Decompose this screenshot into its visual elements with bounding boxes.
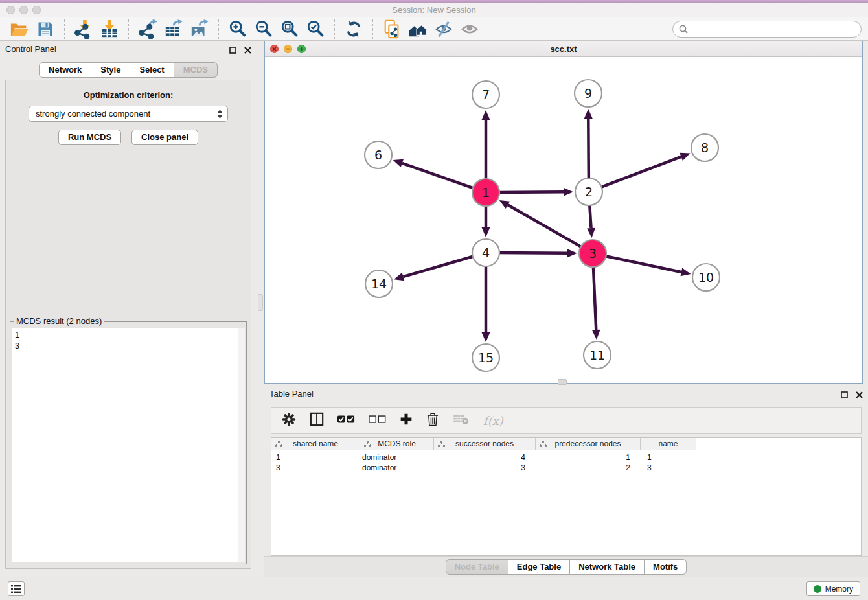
graph-edge-3-1[interactable]: [499, 200, 583, 248]
tab-network[interactable]: Network: [39, 62, 91, 78]
graph-node-14[interactable]: 14: [365, 270, 393, 297]
table-panel-float-icon[interactable]: [841, 389, 848, 401]
graph-edge-4-15[interactable]: [482, 264, 490, 342]
tab-network-table[interactable]: Network Table: [570, 559, 645, 575]
zoom-in-icon[interactable]: [227, 19, 249, 40]
table-cell-shared-name[interactable]: 1: [271, 452, 360, 463]
search-input[interactable]: [672, 21, 862, 38]
graph-node-8[interactable]: 8: [691, 134, 718, 161]
graph-edge-1-7[interactable]: [482, 110, 490, 181]
zoom-out-icon[interactable]: [253, 19, 275, 40]
graph-node-4[interactable]: 4: [472, 239, 499, 266]
mcds-result-text[interactable]: 13: [12, 328, 245, 562]
graph-node-6[interactable]: 6: [365, 141, 392, 168]
graph-edge-3-11[interactable]: [592, 265, 600, 340]
table-panel-close-icon[interactable]: [856, 389, 863, 401]
graph-edge-1-2[interactable]: [497, 188, 573, 196]
graph-edge-2-9[interactable]: [584, 109, 593, 180]
column-interaction-icon: [540, 441, 547, 450]
graph-edge-1-6[interactable]: [393, 159, 475, 189]
graph-edge-2-3[interactable]: [587, 203, 595, 238]
graph-edge-4-3[interactable]: [497, 249, 577, 257]
export-table-icon[interactable]: [163, 19, 185, 40]
column-header-successor-nodes[interactable]: successor nodes: [434, 438, 536, 450]
graph-edge-2-8[interactable]: [600, 153, 691, 188]
show-all-nodes-edges-icon[interactable]: [407, 19, 429, 40]
graph-edge-1-4[interactable]: [482, 204, 490, 237]
graph-node-15[interactable]: 15: [472, 344, 499, 371]
close-panel-button[interactable]: Close panel: [131, 130, 198, 145]
graph-node-9[interactable]: 9: [575, 80, 602, 107]
status-bar: Memory: [0, 577, 868, 600]
control-panel-float-icon[interactable]: [229, 45, 236, 56]
export-image-icon[interactable]: [188, 19, 211, 40]
table-settings-gear-icon[interactable]: [282, 412, 296, 429]
column-header-name[interactable]: name: [641, 438, 696, 450]
graph-node-11[interactable]: 11: [584, 341, 611, 369]
clone-network-icon[interactable]: [381, 19, 403, 40]
column-interaction-icon: [364, 441, 371, 450]
network-canvas[interactable]: 7968124314101511: [265, 57, 862, 383]
network-window-titlebar[interactable]: scc.txt: [265, 41, 862, 57]
memory-button-label: Memory: [825, 584, 853, 594]
table-cell-shared-name[interactable]: 3: [271, 463, 360, 473]
column-interaction-icon: [275, 441, 282, 450]
column-header-mcds-role[interactable]: MCDS role: [360, 438, 434, 450]
table-cell-mcds-role[interactable]: dominator: [360, 452, 434, 463]
table-row[interactable]: 3dominator323: [271, 463, 861, 473]
table-cell-mcds-role[interactable]: dominator: [360, 463, 434, 473]
graph-edge-4-14[interactable]: [394, 256, 475, 281]
run-mcds-button[interactable]: Run MCDS: [58, 130, 121, 145]
optimization-criterion-select[interactable]: strongly connected component: [29, 106, 228, 122]
mcds-result-scrollbar[interactable]: [238, 328, 245, 562]
import-network-icon[interactable]: [73, 19, 95, 40]
table-cell-name[interactable]: 3: [641, 463, 696, 473]
main-toolbar: [0, 17, 868, 41]
tab-style[interactable]: Style: [91, 62, 130, 78]
table-cell-successor-nodes[interactable]: 4: [434, 452, 536, 463]
show-columns-icon[interactable]: [310, 412, 324, 429]
open-session-icon[interactable]: [8, 19, 30, 40]
table-cell-successor-nodes[interactable]: 3: [434, 463, 536, 473]
svg-text:2: 2: [585, 185, 593, 199]
vertical-splitter-handle[interactable]: [258, 294, 263, 311]
table-cell-name[interactable]: 1: [641, 452, 696, 463]
column-interaction-icon: [438, 441, 445, 450]
graph-edge-3-10[interactable]: [604, 256, 691, 277]
tab-edge-table[interactable]: Edge Table: [508, 559, 570, 575]
unselect-all-columns-icon[interactable]: [369, 415, 386, 426]
create-column-icon[interactable]: [400, 413, 413, 428]
apply-preferred-layout-icon[interactable]: [343, 19, 365, 40]
column-header-predecessor-nodes[interactable]: predecessor nodes: [536, 438, 641, 450]
graph-node-3[interactable]: 3: [579, 240, 606, 267]
graph-node-10[interactable]: 10: [692, 264, 720, 291]
graph-node-2[interactable]: 2: [575, 178, 602, 205]
table-row[interactable]: 1dominator411: [271, 452, 861, 463]
delete-column-icon[interactable]: [426, 412, 439, 429]
zoom-fit-icon[interactable]: [279, 19, 301, 40]
control-panel-tabs: NetworkStyleSelectMCDS: [0, 62, 257, 78]
table-cell-predecessor-nodes[interactable]: 1: [536, 452, 641, 463]
svg-text:3: 3: [589, 246, 597, 260]
horizontal-splitter-handle[interactable]: [558, 379, 567, 385]
column-header-shared-name[interactable]: shared name: [271, 438, 360, 450]
graph-node-7[interactable]: 7: [472, 81, 499, 108]
hide-selected-icon[interactable]: [433, 19, 455, 40]
memory-button[interactable]: Memory: [806, 581, 860, 596]
import-table-icon[interactable]: [98, 19, 120, 40]
memory-status-icon: [814, 585, 821, 593]
control-panel-close-icon[interactable]: [244, 45, 251, 56]
task-history-button[interactable]: [8, 581, 25, 596]
network-window-title: scc.txt: [265, 44, 862, 54]
tab-select[interactable]: Select: [130, 62, 174, 78]
select-all-columns-icon[interactable]: [337, 415, 355, 426]
save-session-icon[interactable]: [34, 19, 56, 40]
export-network-icon[interactable]: [137, 19, 159, 40]
zoom-selected-icon[interactable]: [304, 19, 326, 40]
tab-motifs[interactable]: Motifs: [645, 559, 687, 575]
tab-node-table[interactable]: Node Table: [446, 559, 508, 575]
graph-node-1[interactable]: 1: [472, 179, 499, 206]
tab-mcds[interactable]: MCDS: [174, 62, 218, 78]
network-view-window: scc.txt 7968124314101511: [264, 41, 863, 384]
table-cell-predecessor-nodes[interactable]: 2: [536, 463, 641, 473]
